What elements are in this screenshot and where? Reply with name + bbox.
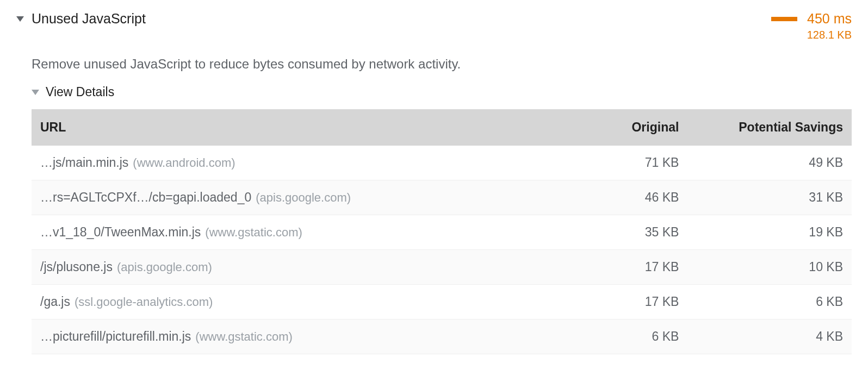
- cell-savings: 6 KB: [687, 285, 852, 319]
- cell-savings: 4 KB: [687, 319, 852, 354]
- details-section: View Details URL Original Potential Savi…: [32, 85, 852, 354]
- cell-savings: 19 KB: [687, 215, 852, 250]
- chevron-down-icon: [16, 16, 24, 22]
- table-row[interactable]: /ga.js(ssl.google-analytics.com)17 KB6 K…: [32, 285, 852, 319]
- audit-header-left[interactable]: Unused JavaScript: [16, 11, 146, 27]
- url-path: …rs=AGLTcCPXf…/cb=gapi.loaded_0: [40, 190, 251, 204]
- cell-original: 17 KB: [540, 285, 687, 319]
- view-details-toggle[interactable]: View Details: [32, 85, 852, 99]
- url-path: …v1_18_0/TweenMax.min.js: [40, 225, 201, 239]
- table-row[interactable]: …picturefill/picturefill.min.js(www.gsta…: [32, 319, 852, 354]
- audit-title: Unused JavaScript: [32, 11, 146, 27]
- cell-url: …js/main.min.js(www.android.com): [32, 146, 540, 180]
- chevron-down-icon: [32, 90, 39, 95]
- cell-url: …picturefill/picturefill.min.js(www.gsta…: [32, 319, 540, 354]
- cell-savings: 49 KB: [687, 146, 852, 180]
- table-row[interactable]: /js/plusone.js(apis.google.com)17 KB10 K…: [32, 250, 852, 285]
- cell-savings: 31 KB: [687, 180, 852, 215]
- url-path: …picturefill/picturefill.min.js: [40, 329, 191, 343]
- table-row[interactable]: …v1_18_0/TweenMax.min.js(www.gstatic.com…: [32, 215, 852, 250]
- cell-savings: 10 KB: [687, 250, 852, 285]
- url-path: …js/main.min.js: [40, 155, 128, 170]
- url-domain: (www.android.com): [133, 156, 235, 170]
- url-path: /js/plusone.js: [40, 260, 113, 274]
- url-path: /ga.js: [40, 294, 70, 309]
- url-domain: (apis.google.com): [256, 191, 351, 204]
- url-domain: (ssl.google-analytics.com): [75, 295, 213, 309]
- cell-url: /ga.js(ssl.google-analytics.com): [32, 285, 540, 319]
- cell-url: …v1_18_0/TweenMax.min.js(www.gstatic.com…: [32, 215, 540, 250]
- column-header-savings[interactable]: Potential Savings: [687, 109, 852, 146]
- severity-bar-icon: [771, 17, 797, 21]
- audit-description: Remove unused JavaScript to reduce bytes…: [32, 57, 852, 72]
- cell-url: …rs=AGLTcCPXf…/cb=gapi.loaded_0(apis.goo…: [32, 180, 540, 215]
- table-row[interactable]: …rs=AGLTcCPXf…/cb=gapi.loaded_0(apis.goo…: [32, 180, 852, 215]
- audit-header-right: 450 ms 128.1 KB: [771, 11, 852, 41]
- cell-url: /js/plusone.js(apis.google.com): [32, 250, 540, 285]
- audit-header: Unused JavaScript 450 ms 128.1 KB: [16, 11, 852, 41]
- audit-size-value: 128.1 KB: [807, 29, 852, 41]
- url-domain: (apis.google.com): [117, 260, 212, 274]
- cell-original: 35 KB: [540, 215, 687, 250]
- cell-original: 71 KB: [540, 146, 687, 180]
- cell-original: 17 KB: [540, 250, 687, 285]
- view-details-label: View Details: [46, 85, 114, 99]
- url-domain: (www.gstatic.com): [195, 330, 292, 343]
- column-header-url[interactable]: URL: [32, 109, 540, 146]
- table-header-row: URL Original Potential Savings: [32, 109, 852, 146]
- table-row[interactable]: …js/main.min.js(www.android.com)71 KB49 …: [32, 146, 852, 180]
- audit-time-value: 450 ms: [807, 11, 852, 27]
- audit-stats-row: 450 ms: [771, 11, 852, 27]
- audit-details-table: URL Original Potential Savings …js/main.…: [32, 109, 852, 354]
- cell-original: 6 KB: [540, 319, 687, 354]
- url-domain: (www.gstatic.com): [205, 225, 302, 239]
- cell-original: 46 KB: [540, 180, 687, 215]
- column-header-original[interactable]: Original: [540, 109, 687, 146]
